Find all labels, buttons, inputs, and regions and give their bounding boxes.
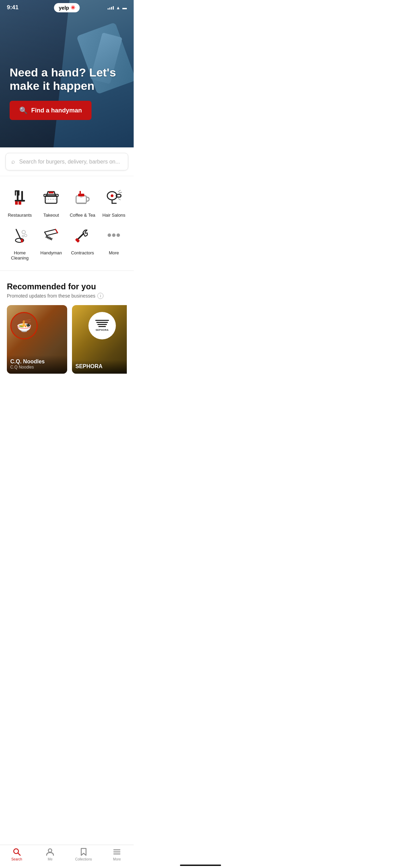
sephora-card-overlay: SEPHORA	[72, 360, 127, 374]
svg-rect-1	[21, 191, 23, 201]
recommended-section: Recommended for you Promoted updates fro…	[0, 274, 134, 379]
sephora-stripe-1	[95, 320, 109, 321]
yelp-burst-icon: ✳	[71, 4, 75, 11]
hero-title: Need a hand? Let's make it happen	[10, 66, 124, 93]
recommended-subtitle-text: Promoted updates from these businesses	[7, 293, 95, 299]
hero-content: Need a hand? Let's make it happen 🔍 Find…	[10, 66, 124, 120]
recommended-subtitle: Promoted updates from these businesses i	[7, 293, 127, 299]
contractors-icon-wrap	[71, 224, 94, 247]
signal-icon	[108, 5, 114, 10]
svg-rect-7	[19, 201, 21, 205]
search-icon: ⌕	[11, 158, 15, 165]
sephora-stripes	[95, 320, 109, 327]
svg-point-16	[80, 196, 83, 198]
handyman-icon	[42, 226, 60, 244]
sephora-stripe-3	[97, 324, 107, 325]
noodles-card-subtitle: C.Q Noodles	[10, 365, 64, 370]
business-card-noodles[interactable]: C.Q. Noodles C.Q Noodles	[7, 305, 67, 374]
contractors-label: Contractors	[71, 250, 94, 256]
category-more[interactable]: More	[100, 224, 129, 261]
hero-section: Need a hand? Let's make it happen 🔍 Find…	[0, 0, 134, 147]
coffee-icon	[73, 188, 92, 207]
contractors-icon	[73, 226, 92, 244]
wifi-icon: ▲	[116, 5, 120, 10]
category-home-cleaning[interactable]: Home Cleaning	[5, 224, 34, 261]
svg-line-23	[119, 192, 122, 193]
svg-rect-15	[77, 203, 86, 204]
svg-rect-6	[15, 201, 18, 205]
yelp-wordmark: yelp	[59, 5, 69, 11]
search-icon: 🔍	[19, 106, 28, 114]
yelp-logo: yelp ✳	[54, 3, 80, 12]
svg-point-33	[112, 233, 116, 237]
more-icon	[105, 226, 123, 244]
home-cleaning-icon	[11, 226, 29, 244]
search-placeholder-text: Search for burgers, delivery, barbers on…	[19, 159, 120, 165]
sephora-stripe-2	[96, 322, 108, 323]
status-bar: 9:41 yelp ✳ ▲ ▬	[0, 0, 134, 15]
sephora-stripe-4	[98, 326, 106, 327]
hair-icon-wrap	[102, 186, 125, 209]
svg-rect-30	[21, 239, 23, 242]
category-coffee-tea[interactable]: Coffee & Tea	[68, 186, 97, 218]
cleaning-icon-wrap	[8, 224, 32, 247]
recommended-title: Recommended for you	[7, 282, 127, 291]
category-takeout[interactable]: Takeout	[37, 186, 66, 218]
svg-point-27	[22, 230, 25, 234]
handyman-icon-wrap	[39, 224, 63, 247]
svg-rect-8	[45, 196, 57, 203]
svg-point-28	[24, 234, 27, 237]
svg-line-24	[118, 198, 120, 200]
sephora-card-name: SEPHORA	[75, 363, 127, 370]
sephora-logo-circle: SEPHORA	[88, 312, 116, 339]
more-icon-wrap	[102, 224, 125, 247]
svg-rect-10	[49, 192, 53, 193]
status-icons: ▲ ▬	[108, 5, 127, 10]
coffee-tea-label: Coffee & Tea	[70, 213, 95, 218]
category-hair-salons[interactable]: Hair Salons	[100, 186, 129, 218]
svg-rect-14	[80, 191, 81, 194]
search-bar[interactable]: ⌕ Search for burgers, delivery, barbers …	[5, 153, 128, 170]
sephora-logo-text: SEPHORA	[96, 329, 109, 331]
category-contractors[interactable]: Contractors	[68, 224, 97, 261]
business-card-sephora[interactable]: SEPHORA SEPHORA	[72, 305, 127, 374]
home-cleaning-label: Home Cleaning	[5, 250, 34, 261]
svg-rect-13	[78, 194, 84, 196]
category-restaurants[interactable]: Restaurants	[5, 186, 34, 218]
category-grid: Restaurants Takeout	[5, 186, 128, 261]
business-cards-row: C.Q. Noodles C.Q Noodles SEPHORA	[7, 305, 127, 374]
battery-icon: ▬	[122, 5, 127, 10]
section-divider	[0, 270, 134, 271]
restaurants-icon	[11, 188, 29, 207]
category-handyman[interactable]: Handyman	[37, 224, 66, 261]
takeout-label: Takeout	[43, 213, 59, 218]
svg-line-22	[118, 190, 120, 192]
handyman-label: Handyman	[40, 250, 62, 256]
svg-point-34	[117, 233, 120, 237]
restaurants-label: Restaurants	[8, 213, 32, 218]
svg-point-32	[108, 233, 111, 237]
status-time: 9:41	[7, 4, 19, 11]
more-label: More	[109, 250, 119, 256]
svg-point-21	[111, 194, 113, 197]
info-icon[interactable]: i	[97, 293, 104, 299]
noodles-card-overlay: C.Q. Noodles C.Q Noodles	[7, 355, 67, 374]
hair-salons-icon	[105, 188, 123, 207]
svg-point-29	[22, 235, 24, 237]
hair-salons-label: Hair Salons	[102, 213, 125, 218]
categories-section: Restaurants Takeout	[0, 176, 134, 268]
restaurants-icon-wrap	[8, 186, 32, 209]
sephora-logo-wrap: SEPHORA	[88, 312, 116, 339]
noodles-card-name: C.Q. Noodles	[10, 359, 64, 365]
yelp-logo-wrap: yelp ✳	[54, 3, 80, 12]
coffee-icon-wrap	[71, 186, 94, 209]
takeout-icon-wrap	[39, 186, 63, 209]
noodles-logo-circle	[10, 312, 38, 339]
search-container: ⌕ Search for burgers, delivery, barbers …	[0, 147, 134, 176]
find-handyman-label: Find a handyman	[31, 107, 82, 114]
find-handyman-button[interactable]: 🔍 Find a handyman	[10, 101, 92, 120]
takeout-icon	[42, 188, 60, 207]
